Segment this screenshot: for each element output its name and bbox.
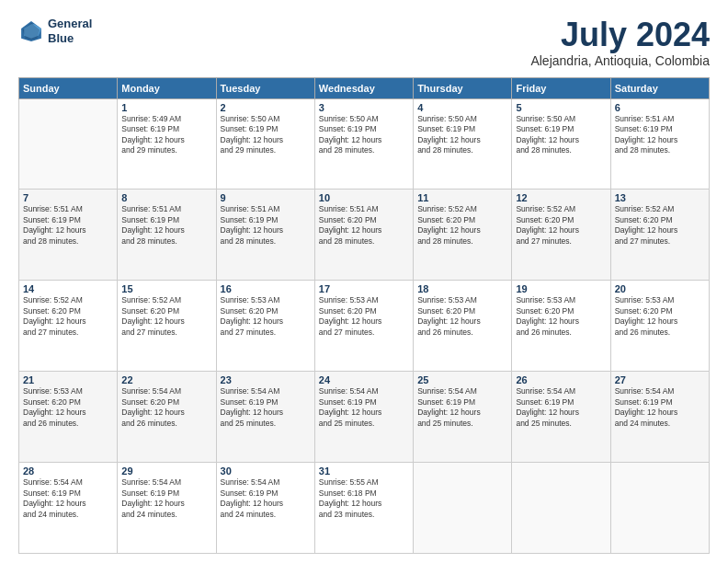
calendar-cell: 13Sunrise: 5:52 AMSunset: 6:20 PMDayligh… [610, 190, 709, 281]
day-number: 4 [417, 102, 507, 113]
day-info: Sunrise: 5:51 AMSunset: 6:19 PMDaylight:… [615, 114, 705, 156]
day-number: 2 [221, 102, 311, 113]
day-info: Sunrise: 5:53 AMSunset: 6:20 PMDaylight:… [417, 295, 507, 338]
calendar-cell [19, 98, 118, 190]
calendar-cell: 14Sunrise: 5:52 AMSunset: 6:20 PMDayligh… [19, 281, 118, 372]
day-info: Sunrise: 5:53 AMSunset: 6:20 PMDaylight:… [516, 295, 606, 338]
calendar-cell: 15Sunrise: 5:52 AMSunset: 6:20 PMDayligh… [118, 281, 216, 372]
day-info: Sunrise: 5:54 AMSunset: 6:20 PMDaylight:… [121, 386, 211, 429]
calendar-header-row: SundayMondayTuesdayWednesdayThursdayFrid… [19, 77, 710, 98]
calendar-week-1: 1Sunrise: 5:49 AMSunset: 6:19 PMDaylight… [19, 98, 710, 190]
day-number: 6 [615, 102, 705, 113]
logo-text: General Blue [48, 17, 92, 45]
day-info: Sunrise: 5:53 AMSunset: 6:20 PMDaylight:… [221, 295, 311, 338]
day-info: Sunrise: 5:54 AMSunset: 6:19 PMDaylight:… [23, 477, 113, 520]
day-info: Sunrise: 5:50 AMSunset: 6:19 PMDaylight:… [319, 114, 409, 156]
day-info: Sunrise: 5:50 AMSunset: 6:19 PMDaylight:… [417, 114, 507, 156]
day-info: Sunrise: 5:54 AMSunset: 6:19 PMDaylight:… [221, 477, 311, 520]
day-info: Sunrise: 5:51 AMSunset: 6:19 PMDaylight:… [121, 204, 211, 247]
day-number: 27 [615, 374, 705, 385]
day-info: Sunrise: 5:54 AMSunset: 6:19 PMDaylight:… [615, 386, 705, 429]
calendar-cell [610, 463, 709, 554]
day-info: Sunrise: 5:53 AMSunset: 6:20 PMDaylight:… [23, 386, 113, 429]
day-number: 18 [417, 283, 507, 294]
day-number: 17 [319, 283, 409, 294]
calendar-cell: 29Sunrise: 5:54 AMSunset: 6:19 PMDayligh… [118, 463, 216, 554]
calendar-cell: 25Sunrise: 5:54 AMSunset: 6:19 PMDayligh… [414, 372, 512, 463]
calendar-header-thursday: Thursday [414, 77, 512, 98]
calendar-cell: 8Sunrise: 5:51 AMSunset: 6:19 PMDaylight… [118, 190, 216, 281]
day-number: 24 [319, 374, 409, 385]
page: General Blue July 2024 Alejandria, Antio… [0, 0, 728, 563]
day-number: 23 [221, 374, 311, 385]
calendar-cell [414, 463, 512, 554]
calendar-cell: 30Sunrise: 5:54 AMSunset: 6:19 PMDayligh… [216, 463, 314, 554]
calendar-cell: 11Sunrise: 5:52 AMSunset: 6:20 PMDayligh… [414, 190, 512, 281]
calendar-cell: 26Sunrise: 5:54 AMSunset: 6:19 PMDayligh… [512, 372, 610, 463]
calendar-cell: 24Sunrise: 5:54 AMSunset: 6:19 PMDayligh… [314, 372, 413, 463]
calendar-cell: 22Sunrise: 5:54 AMSunset: 6:20 PMDayligh… [118, 372, 216, 463]
calendar-cell: 17Sunrise: 5:53 AMSunset: 6:20 PMDayligh… [314, 281, 413, 372]
day-number: 13 [615, 192, 705, 203]
day-info: Sunrise: 5:51 AMSunset: 6:19 PMDaylight:… [23, 204, 113, 247]
calendar-cell: 10Sunrise: 5:51 AMSunset: 6:20 PMDayligh… [314, 190, 413, 281]
calendar-cell: 16Sunrise: 5:53 AMSunset: 6:20 PMDayligh… [216, 281, 314, 372]
calendar-header-friday: Friday [512, 77, 610, 98]
calendar-cell: 19Sunrise: 5:53 AMSunset: 6:20 PMDayligh… [512, 281, 610, 372]
day-info: Sunrise: 5:54 AMSunset: 6:19 PMDaylight:… [516, 386, 606, 429]
day-info: Sunrise: 5:51 AMSunset: 6:20 PMDaylight:… [319, 204, 409, 247]
month-title: July 2024 [530, 17, 710, 53]
calendar-header-saturday: Saturday [610, 77, 709, 98]
day-info: Sunrise: 5:54 AMSunset: 6:19 PMDaylight:… [121, 477, 211, 520]
day-info: Sunrise: 5:53 AMSunset: 6:20 PMDaylight:… [615, 295, 705, 338]
day-number: 9 [221, 192, 311, 203]
day-number: 15 [121, 283, 211, 294]
calendar-header-monday: Monday [118, 77, 216, 98]
calendar-cell [512, 463, 610, 554]
day-number: 29 [121, 465, 211, 477]
day-info: Sunrise: 5:52 AMSunset: 6:20 PMDaylight:… [23, 295, 113, 338]
calendar-cell: 23Sunrise: 5:54 AMSunset: 6:19 PMDayligh… [216, 372, 314, 463]
calendar-cell: 21Sunrise: 5:53 AMSunset: 6:20 PMDayligh… [19, 372, 118, 463]
day-number: 11 [417, 192, 507, 203]
calendar-cell: 27Sunrise: 5:54 AMSunset: 6:19 PMDayligh… [610, 372, 709, 463]
day-info: Sunrise: 5:50 AMSunset: 6:19 PMDaylight:… [516, 114, 606, 156]
calendar-week-2: 7Sunrise: 5:51 AMSunset: 6:19 PMDaylight… [19, 190, 710, 281]
calendar-week-4: 21Sunrise: 5:53 AMSunset: 6:20 PMDayligh… [19, 372, 710, 463]
calendar-cell: 6Sunrise: 5:51 AMSunset: 6:19 PMDaylight… [610, 98, 709, 190]
calendar-cell: 9Sunrise: 5:51 AMSunset: 6:19 PMDaylight… [216, 190, 314, 281]
day-number: 7 [23, 192, 113, 203]
logo-icon [18, 18, 44, 44]
calendar-cell: 20Sunrise: 5:53 AMSunset: 6:20 PMDayligh… [610, 281, 709, 372]
day-info: Sunrise: 5:50 AMSunset: 6:19 PMDaylight:… [221, 114, 311, 156]
calendar-cell: 31Sunrise: 5:55 AMSunset: 6:18 PMDayligh… [314, 463, 413, 554]
day-number: 28 [23, 465, 113, 477]
calendar-table: SundayMondayTuesdayWednesdayThursdayFrid… [18, 77, 710, 554]
day-info: Sunrise: 5:51 AMSunset: 6:19 PMDaylight:… [221, 204, 311, 247]
calendar-cell: 28Sunrise: 5:54 AMSunset: 6:19 PMDayligh… [19, 463, 118, 554]
day-number: 25 [417, 374, 507, 385]
logo: General Blue [18, 17, 92, 45]
day-number: 20 [615, 283, 705, 294]
day-number: 12 [516, 192, 606, 203]
day-number: 22 [121, 374, 211, 385]
day-number: 1 [121, 102, 211, 113]
day-number: 21 [23, 374, 113, 385]
day-info: Sunrise: 5:53 AMSunset: 6:20 PMDaylight:… [319, 295, 409, 338]
day-info: Sunrise: 5:55 AMSunset: 6:18 PMDaylight:… [319, 477, 409, 520]
day-number: 19 [516, 283, 606, 294]
location: Alejandria, Antioquia, Colombia [530, 53, 710, 68]
calendar-header-tuesday: Tuesday [216, 77, 314, 98]
day-info: Sunrise: 5:52 AMSunset: 6:20 PMDaylight:… [516, 204, 606, 247]
calendar-cell: 5Sunrise: 5:50 AMSunset: 6:19 PMDaylight… [512, 98, 610, 190]
calendar-header-wednesday: Wednesday [314, 77, 413, 98]
day-number: 8 [121, 192, 211, 203]
calendar-week-3: 14Sunrise: 5:52 AMSunset: 6:20 PMDayligh… [19, 281, 710, 372]
calendar-cell: 18Sunrise: 5:53 AMSunset: 6:20 PMDayligh… [414, 281, 512, 372]
day-info: Sunrise: 5:52 AMSunset: 6:20 PMDaylight:… [615, 204, 705, 247]
day-info: Sunrise: 5:54 AMSunset: 6:19 PMDaylight:… [319, 386, 409, 429]
calendar-cell: 12Sunrise: 5:52 AMSunset: 6:20 PMDayligh… [512, 190, 610, 281]
day-number: 3 [319, 102, 409, 113]
calendar-header-sunday: Sunday [19, 77, 118, 98]
calendar-cell: 4Sunrise: 5:50 AMSunset: 6:19 PMDaylight… [414, 98, 512, 190]
